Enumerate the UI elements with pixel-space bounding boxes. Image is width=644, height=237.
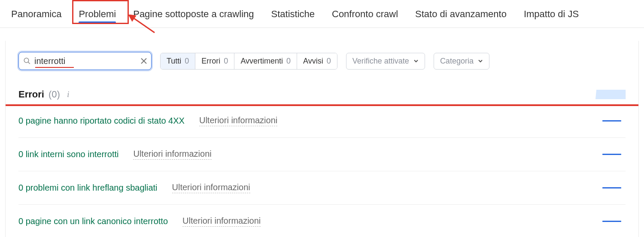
sparkline-icon xyxy=(602,154,621,155)
dropdown-label: Categoria xyxy=(440,57,474,66)
primary-tabs: Panoramica Problemi Pagine sottoposte a … xyxy=(0,0,644,28)
issue-title[interactable]: 0 pagine con un link canonico interrotto xyxy=(18,216,168,226)
more-info-link[interactable]: Ulteriori informazioni xyxy=(199,115,277,126)
filter-seg-tutti[interactable]: Tutti 0 xyxy=(161,53,195,69)
more-info-link[interactable]: Ulteriori informazioni xyxy=(182,216,261,227)
filter-seg-count: 0 xyxy=(224,57,228,66)
dropdown-verifiche-attivate[interactable]: Verifiche attivate xyxy=(346,53,425,70)
issue-title[interactable]: 0 problemi con link hreflang sbagliati xyxy=(18,183,158,193)
section-red-underline xyxy=(6,104,638,106)
tab-panoramica[interactable]: Panoramica xyxy=(9,5,64,27)
filters-row: Tutti 0 Errori 0 Avvertimenti 0 Avvisi 0… xyxy=(18,52,626,70)
search-input[interactable] xyxy=(34,56,137,66)
tab-stato-avanzamento[interactable]: Stato di avanzamento xyxy=(413,5,509,27)
issue-title[interactable]: 0 pagine hanno riportato codici di stato… xyxy=(18,116,185,126)
issue-row: 0 pagine hanno riportato codici di stato… xyxy=(18,104,626,138)
tab-pagine-crawling[interactable]: Pagine sottoposte a crawling xyxy=(131,5,256,27)
section-count: (0) xyxy=(49,89,60,100)
issue-row: 0 problemi con link hreflang sbagliati U… xyxy=(18,171,626,205)
issues-panel: Tutti 0 Errori 0 Avvertimenti 0 Avvisi 0… xyxy=(5,41,639,237)
svg-line-2 xyxy=(28,62,30,64)
tab-impatto-js[interactable]: Impatto di JS xyxy=(521,5,581,27)
more-info-link[interactable]: Ulteriori informazioni xyxy=(133,149,211,160)
annotation-red-underline xyxy=(35,67,74,68)
sparkline-icon xyxy=(602,187,621,188)
filter-seg-errori[interactable]: Errori 0 xyxy=(195,53,234,69)
dropdown-label: Verifiche attivate xyxy=(352,57,409,66)
chevron-down-icon xyxy=(413,58,419,64)
section-progress-badge xyxy=(595,90,626,99)
section-title: Errori xyxy=(18,89,44,100)
tab-statistiche[interactable]: Statistiche xyxy=(269,5,318,27)
clear-search-icon[interactable] xyxy=(141,58,147,64)
sparkline-icon xyxy=(602,221,621,222)
chevron-down-icon xyxy=(478,58,483,64)
filter-seg-count: 0 xyxy=(286,57,291,66)
search-box[interactable] xyxy=(18,52,152,70)
filter-seg-count: 0 xyxy=(185,57,189,66)
filter-seg-label: Avvertimenti xyxy=(240,57,283,66)
filter-seg-avvertimenti[interactable]: Avvertimenti 0 xyxy=(234,53,297,69)
sparkline-icon xyxy=(602,120,621,122)
info-icon[interactable]: i xyxy=(64,91,72,98)
filter-seg-count: 0 xyxy=(327,57,331,66)
section-head-errori: Errori (0) i xyxy=(18,89,626,104)
issue-row: 0 link interni sono interrotti Ulteriori… xyxy=(18,138,626,171)
filter-seg-label: Tutti xyxy=(167,57,181,66)
more-info-link[interactable]: Ulteriori informazioni xyxy=(172,182,250,193)
filter-seg-avvisi[interactable]: Avvisi 0 xyxy=(297,53,337,69)
tab-problemi[interactable]: Problemi xyxy=(76,5,118,27)
search-icon xyxy=(23,57,31,65)
svg-point-1 xyxy=(24,58,29,63)
issue-title[interactable]: 0 link interni sono interrotti xyxy=(18,149,118,159)
filter-segment-group: Tutti 0 Errori 0 Avvertimenti 0 Avvisi 0 xyxy=(160,53,337,70)
dropdown-categoria[interactable]: Categoria xyxy=(434,53,489,70)
filter-seg-label: Errori xyxy=(201,57,220,66)
filter-seg-label: Avvisi xyxy=(303,57,323,66)
tab-confronto-crawl[interactable]: Confronto crawl xyxy=(329,5,401,27)
issue-row: 0 pagine con un link canonico interrotto… xyxy=(18,205,626,237)
